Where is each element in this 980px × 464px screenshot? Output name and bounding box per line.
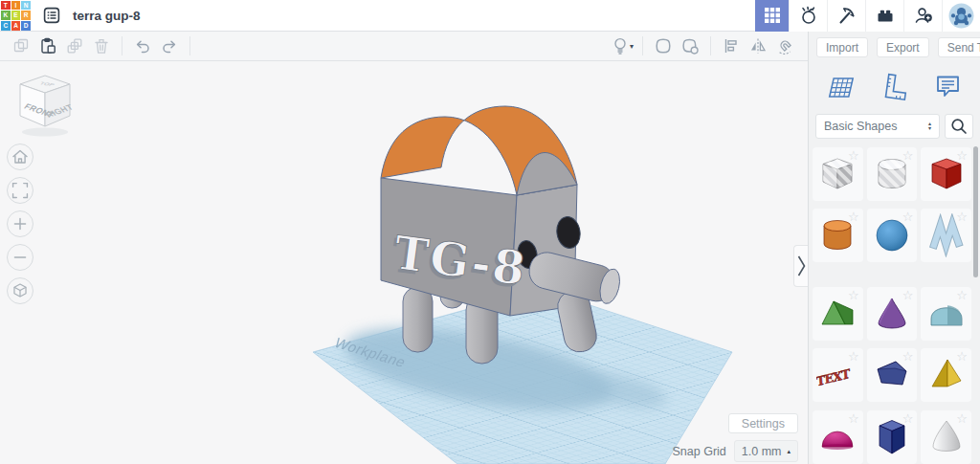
- shape-box[interactable]: ☆: [921, 147, 971, 201]
- redo-icon: [160, 36, 179, 55]
- shape-scribble[interactable]: ☆: [921, 209, 971, 262]
- shape-half-sphere[interactable]: ☆: [813, 410, 863, 464]
- zoom-out-button[interactable]: [7, 244, 33, 271]
- shape-gallery: ☆ ☆ ☆ ☆ ☆ ☆ ☆ ☆ ☆ ☆TEXT☆: [809, 145, 980, 464]
- add-person-icon: [913, 5, 934, 26]
- panel-search-row: Basic Shapes ▴▾: [809, 108, 980, 145]
- panel-tools-row: [809, 62, 980, 108]
- favorite-star-icon[interactable]: ☆: [956, 349, 968, 364]
- ruler-tool-icon: [878, 71, 910, 103]
- favorite-star-icon[interactable]: ☆: [902, 288, 914, 302]
- align-button[interactable]: [718, 34, 745, 57]
- favorite-star-icon[interactable]: ☆: [848, 288, 859, 302]
- undo-button[interactable]: [129, 34, 156, 57]
- shape-sphere[interactable]: ☆: [867, 209, 918, 262]
- settings-button[interactable]: Settings: [728, 413, 798, 433]
- design-menu-button[interactable]: [39, 3, 64, 28]
- import-button[interactable]: Import: [816, 37, 868, 57]
- fit-view-button[interactable]: [7, 177, 33, 204]
- snap-grid-select[interactable]: 1.0 mm ▴: [734, 440, 798, 462]
- shape-text[interactable]: ☆TEXT: [813, 348, 863, 402]
- logo-letter-t: T: [1, 1, 11, 11]
- paste-icon: [38, 36, 57, 55]
- avatar-image: [948, 3, 974, 29]
- delete-button[interactable]: [88, 34, 115, 57]
- logo-letter-c: C: [1, 21, 11, 31]
- favorite-star-icon[interactable]: ☆: [956, 148, 968, 163]
- invite-button[interactable]: [903, 0, 942, 32]
- bricks-button[interactable]: [865, 0, 903, 32]
- favorite-star-icon[interactable]: ☆: [956, 210, 968, 224]
- workplane-tool-button[interactable]: [822, 70, 857, 104]
- sim-lab-apple-icon: [798, 5, 819, 26]
- lightbulb-icon: [611, 36, 630, 55]
- duplicate-button[interactable]: [61, 34, 88, 57]
- fit-view-icon: [8, 177, 33, 204]
- shape-roof[interactable]: ☆: [813, 287, 863, 341]
- tinkercad-logo[interactable]: TINKERCAD: [1, 1, 31, 31]
- search-icon: [949, 117, 969, 136]
- shapes-panel: Import Export Send To: [809, 32, 980, 464]
- home-view-button[interactable]: [7, 144, 33, 170]
- logo-letter-d: D: [21, 21, 31, 31]
- search-shapes-button[interactable]: [945, 114, 973, 139]
- paste-button[interactable]: [34, 34, 61, 57]
- shape-hex-prism[interactable]: ☆: [867, 410, 918, 464]
- viewport-3d[interactable]: Workplane: [0, 61, 808, 464]
- minus-icon: [8, 244, 33, 271]
- shape-category-select[interactable]: Basic Shapes ▴▾: [815, 114, 940, 139]
- group-button[interactable]: [650, 34, 677, 57]
- zoom-in-button[interactable]: [7, 210, 33, 237]
- mirror-button[interactable]: [745, 34, 771, 57]
- shape-round-roof[interactable]: ☆: [921, 287, 971, 341]
- grid-view-button[interactable]: [755, 0, 789, 32]
- gallery-section-gap: [813, 271, 971, 279]
- favorite-star-icon[interactable]: ☆: [848, 210, 859, 224]
- favorite-star-icon[interactable]: ☆: [956, 411, 968, 426]
- copy-button[interactable]: [8, 34, 34, 57]
- shape-polygon[interactable]: ☆: [867, 348, 918, 402]
- editor-column: ▾: [0, 32, 809, 464]
- panel-scrollbar[interactable]: [973, 146, 978, 277]
- shape-cylinder[interactable]: ☆: [813, 209, 863, 262]
- favorite-star-icon[interactable]: ☆: [848, 148, 859, 163]
- shape-pyramid[interactable]: ☆: [921, 348, 971, 402]
- favorite-star-icon[interactable]: ☆: [902, 349, 914, 364]
- shape-cylinder-transparent[interactable]: ☆: [867, 147, 918, 201]
- collapse-panel-button[interactable]: [793, 245, 808, 287]
- favorite-star-icon[interactable]: ☆: [902, 411, 914, 426]
- logo-letter-a: A: [11, 21, 21, 31]
- favorite-star-icon[interactable]: ☆: [848, 349, 859, 364]
- send-to-button[interactable]: Send To: [938, 37, 980, 57]
- ruler-tool-button[interactable]: [877, 70, 911, 104]
- account-avatar[interactable]: [942, 0, 980, 32]
- notes-tool-button[interactable]: [930, 70, 965, 104]
- svg-text:TEXT: TEXT: [816, 366, 851, 389]
- view-nav-stack: [7, 144, 33, 304]
- shape-box-transparent[interactable]: ☆: [813, 147, 863, 201]
- workplane-tool-icon: [823, 71, 856, 103]
- favorite-star-icon[interactable]: ☆: [902, 210, 914, 224]
- view-cube[interactable]: FRONT RIGHT TOP: [11, 69, 78, 142]
- copy-icon: [11, 36, 31, 55]
- grid-view-icon: [764, 7, 781, 24]
- shape-paraboloid[interactable]: ☆: [921, 410, 971, 464]
- group-icon: [654, 36, 673, 55]
- perspective-toggle-button[interactable]: [7, 277, 33, 304]
- ungroup-icon: [680, 36, 700, 55]
- plus-icon: [8, 210, 33, 237]
- show-all-dropdown-caret[interactable]: ▾: [630, 42, 634, 51]
- align-icon: [722, 36, 741, 55]
- sim-lab-button[interactable]: [789, 0, 827, 32]
- shape-cone[interactable]: ☆: [867, 287, 918, 341]
- favorite-star-icon[interactable]: ☆: [956, 288, 968, 302]
- snap-magnet-button[interactable]: [771, 34, 798, 57]
- favorite-star-icon[interactable]: ☆: [848, 411, 859, 426]
- export-button[interactable]: Export: [877, 37, 929, 57]
- separator: [642, 36, 643, 55]
- minecraft-button[interactable]: [827, 0, 865, 32]
- separator: [710, 36, 711, 55]
- ungroup-button[interactable]: [677, 34, 703, 57]
- favorite-star-icon[interactable]: ☆: [902, 148, 914, 163]
- redo-button[interactable]: [156, 34, 183, 57]
